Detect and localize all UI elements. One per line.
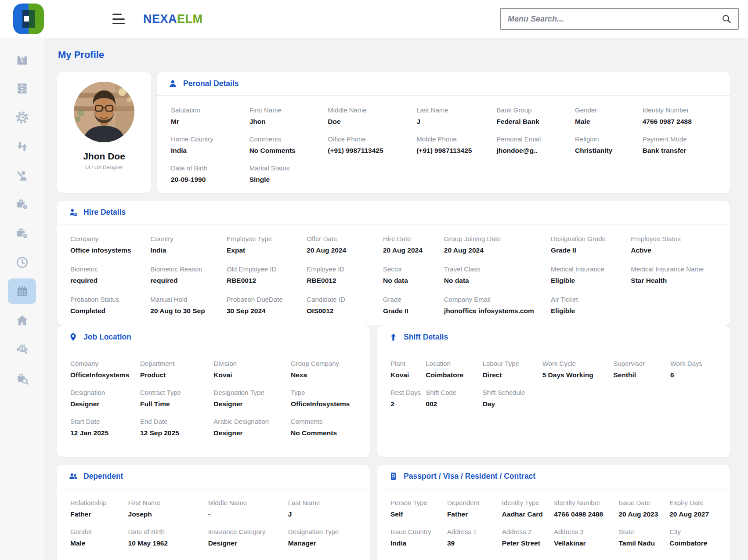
field: Offer Date20 Aug 2024 <box>307 235 383 254</box>
field-label: Travel Class <box>444 265 551 273</box>
menu-search-box[interactable] <box>500 8 739 30</box>
section-title: Shift Details <box>404 332 448 342</box>
suit-tie-icon <box>15 53 29 66</box>
field-value: 20 Aug 2027 <box>669 510 719 518</box>
sidebar-item-calendar-active[interactable] <box>8 278 36 304</box>
field-value: No data <box>383 277 444 285</box>
field-label: Identity Number <box>643 106 719 114</box>
field: Identity TypeAadhar Card <box>502 499 554 518</box>
field-label: State <box>618 528 669 535</box>
sidebar-item-talent-search[interactable] <box>8 335 36 364</box>
field: Designation GradeGrade II <box>551 235 631 254</box>
field-label: Date of Birth <box>128 528 208 535</box>
field-label: Middle Name <box>208 499 288 506</box>
field-value: Active <box>631 246 719 254</box>
field-label: Location <box>426 360 482 367</box>
dependent-card: Dependent RelationshipFatherFirst NameJo… <box>57 465 370 560</box>
main-content: My Profile <box>44 38 748 560</box>
section-title: Hire Details <box>83 208 126 217</box>
field-label: Gender <box>575 106 643 114</box>
field-label: Probation Status <box>70 296 150 303</box>
field-value: 6 <box>670 371 719 379</box>
sidebar-item-self-service[interactable] <box>8 161 36 190</box>
field-label: Hire Date <box>383 235 444 242</box>
field: Address 2Peter Street <box>502 528 554 547</box>
field: Candidate IDOIS0012 <box>307 296 383 315</box>
field-label: Gender <box>70 528 128 535</box>
field-label: Contract Type <box>140 389 213 396</box>
sidebar-item-home[interactable] <box>8 306 36 335</box>
field-label: City <box>669 528 719 535</box>
field-value: India <box>171 147 249 155</box>
field: Air TicketEligible <box>551 296 631 315</box>
field-label: Shift Schedule <box>483 389 542 396</box>
field-value: Designer <box>213 429 291 437</box>
field-value: Designer <box>208 539 288 547</box>
field-value: 12 Sep 2025 <box>140 429 213 437</box>
sidebar-nav <box>0 38 44 560</box>
field-value: Day <box>483 400 542 408</box>
field-label: Designation Grade <box>551 235 631 242</box>
field-value: Christianity <box>575 147 643 155</box>
sidebar-item-time[interactable] <box>8 248 36 277</box>
sidebar-item-workforce[interactable] <box>8 45 36 74</box>
field: LocationCoimbatore <box>426 360 482 379</box>
field-label: Issue Country <box>390 528 447 535</box>
field-value: 12 Jan 2025 <box>70 429 140 437</box>
field-value: Tamil Nadu <box>618 539 669 547</box>
person-badge-icon <box>69 208 78 217</box>
field-label: Payment Mode <box>643 135 719 143</box>
field: Biometric Reasonrequired <box>150 265 227 285</box>
field-value: Aadhar Card <box>502 510 554 518</box>
field-value: Male <box>575 118 643 126</box>
field-value: 002 <box>426 400 482 408</box>
field-value: Peter Street <box>502 539 554 547</box>
passport-card: Passport / Visa / Resident / Contract Pe… <box>377 465 730 560</box>
sidebar-item-leave[interactable] <box>8 190 36 219</box>
employee-name: Jhon Doe <box>83 151 125 162</box>
sidebar-item-time-settings[interactable] <box>8 103 36 132</box>
field-label: Company <box>70 360 140 367</box>
top-header: NEXAELM <box>0 0 748 38</box>
field-value: jhondoe@g.. <box>496 147 575 155</box>
field-label: Dependent <box>447 499 502 506</box>
field: Mobile Phone(+91) 9987113425 <box>416 135 496 155</box>
search-icon[interactable] <box>721 14 732 24</box>
field: DesignationDesigner <box>70 389 140 408</box>
person-raising-hand-icon <box>15 169 29 182</box>
field-value: Vellakinar <box>554 539 618 547</box>
field: GenderMale <box>70 528 128 547</box>
field: CommentsNo Comments <box>291 418 358 437</box>
field-value: Jhon <box>249 118 328 126</box>
field: ReligionChristianity <box>575 135 643 155</box>
dependent-fields: RelationshipFatherFirst NameJosephMiddle… <box>57 488 370 556</box>
search-input[interactable] <box>507 14 721 24</box>
field-value: (+91) 9987113425 <box>328 147 416 155</box>
field-value: 20 Aug 2023 <box>618 510 669 518</box>
field-value: J <box>288 510 358 518</box>
field-label: Biometric <box>70 265 150 273</box>
field-label: Company <box>70 235 150 242</box>
sidebar-item-transfers[interactable] <box>8 132 36 161</box>
field-value: Joseph <box>128 510 208 518</box>
field-value: Grade II <box>383 307 444 315</box>
sidebar-item-records[interactable] <box>8 74 36 103</box>
field: RelationshipFather <box>70 499 128 518</box>
field: Shift Code002 <box>426 389 482 408</box>
field-label: Rest Days <box>390 389 426 396</box>
field-label: End Date <box>140 418 213 425</box>
field-label: Mobile Phone <box>416 135 496 143</box>
field-value: 4766 0987 2488 <box>643 118 719 126</box>
person-icon <box>168 79 177 88</box>
field: Medical Insurance NameStar Health <box>631 265 719 285</box>
sidebar-item-job-search[interactable] <box>8 364 36 393</box>
field-label: Shift Code <box>426 389 482 396</box>
field-label: Grade <box>383 296 444 303</box>
up-down-arrows-icon <box>15 140 29 153</box>
menu-hamburger-icon[interactable] <box>112 14 126 24</box>
field-value: Direct <box>483 371 542 379</box>
field: Middle Name- <box>208 499 288 518</box>
sidebar-item-attendance-jobs[interactable] <box>8 219 36 248</box>
field: Group Joining Date20 Aug 2024 <box>444 235 551 254</box>
field-label: Salutation <box>171 106 249 114</box>
